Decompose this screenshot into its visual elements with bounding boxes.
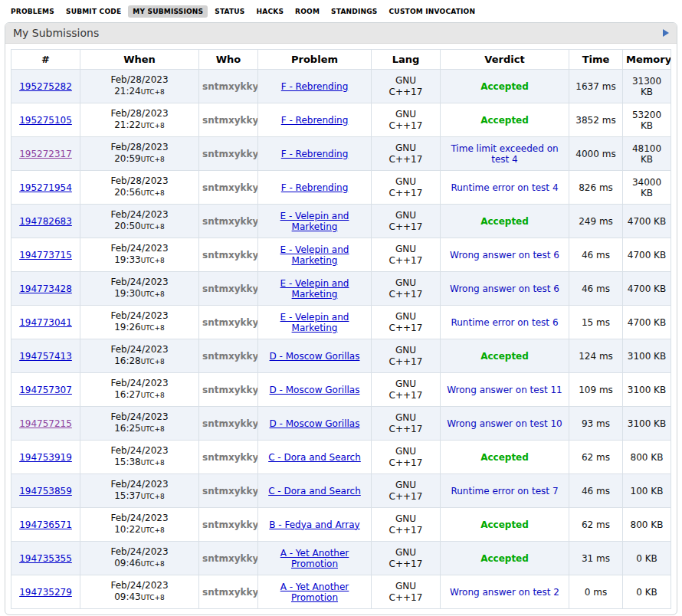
submission-date: Feb/28/2023 <box>84 74 195 86</box>
lang-label: GNU C++17 <box>388 345 425 368</box>
problem-link[interactable]: D - Moscow Gorillas <box>270 351 360 362</box>
submission-id-link[interactable]: 195275282 <box>19 81 72 92</box>
submission-id-link[interactable]: 195272317 <box>19 149 72 159</box>
time-value: 4000 ms <box>569 137 623 171</box>
submission-date: Feb/28/2023 <box>84 175 195 187</box>
time-value: 109 ms <box>569 373 623 407</box>
nav-item-room[interactable]: ROOM <box>290 5 324 18</box>
submission-id-link[interactable]: 194735355 <box>19 553 72 564</box>
submission-timezone: UTC+8 <box>141 594 165 601</box>
problem-link[interactable]: A - Yet Another Promotion <box>280 582 349 603</box>
nav-item-status[interactable]: STATUS <box>210 5 249 18</box>
nav-item-problems[interactable]: PROBLEMS <box>6 5 59 18</box>
submission-date: Feb/24/2023 <box>84 411 195 423</box>
memory-value: 53200 KB <box>623 103 671 137</box>
user-handle-link[interactable]: sntmxykky <box>202 385 258 395</box>
submission-timezone: UTC+8 <box>141 290 165 298</box>
verdict-label: Accepted <box>480 519 529 530</box>
submission-id-link[interactable]: 194757307 <box>19 385 72 395</box>
user-handle-link[interactable]: sntmxykky <box>202 317 258 328</box>
table-row: 194753859 Feb/24/2023 15:37UTC+8 sntmxyk… <box>11 474 671 508</box>
submission-id-link[interactable]: 194736571 <box>19 519 72 530</box>
user-handle-link[interactable]: sntmxykky <box>202 216 258 227</box>
submission-id-link[interactable]: 194773428 <box>19 283 72 294</box>
time-value: 46 ms <box>569 474 623 508</box>
submission-when-cell: Feb/28/2023 21:22UTC+8 <box>80 103 199 137</box>
problem-link[interactable]: D - Moscow Gorillas <box>270 385 360 395</box>
table-row: 194773428 Feb/24/2023 19:30UTC+8 sntmxyk… <box>11 272 671 306</box>
verdict-label: Wrong answer on test 10 <box>447 418 562 429</box>
submission-time: 10:22 <box>114 524 141 535</box>
submission-timezone: UTC+8 <box>141 223 165 231</box>
lang-label: GNU C++17 <box>388 143 425 165</box>
time-value: 826 ms <box>569 171 623 205</box>
user-handle-link[interactable]: sntmxykky <box>202 553 258 564</box>
nav-item-my-submissions[interactable]: MY SUBMISSIONS <box>128 5 208 18</box>
problem-link[interactable]: C - Dora and Search <box>268 452 361 463</box>
user-handle-link[interactable]: sntmxykky <box>202 418 258 429</box>
user-handle-link[interactable]: sntmxykky <box>202 81 258 92</box>
lang-label: GNU C++17 <box>388 75 425 98</box>
user-handle-link[interactable]: sntmxykky <box>202 283 258 294</box>
nav-item-custom-invocation[interactable]: CUSTOM INVOCATION <box>385 5 480 18</box>
time-value: 93 ms <box>569 407 623 441</box>
submission-id-link[interactable]: 194757215 <box>19 418 72 429</box>
submission-date: Feb/24/2023 <box>84 344 195 356</box>
verdict-label: Accepted <box>480 351 529 362</box>
submission-when-cell: Feb/24/2023 16:25UTC+8 <box>80 407 199 441</box>
user-handle-link[interactable]: sntmxykky <box>202 486 258 496</box>
problem-link[interactable]: F - Rebrending <box>281 149 349 159</box>
collapse-arrow-icon[interactable] <box>663 29 669 37</box>
column-header-problem: Problem <box>258 50 372 70</box>
submission-date: Feb/24/2023 <box>84 378 195 389</box>
submission-id-link[interactable]: 194757413 <box>19 351 72 362</box>
submission-when-cell: Feb/28/2023 20:56UTC+8 <box>80 171 199 205</box>
problem-link[interactable]: E - Velepin and Marketing <box>280 278 349 300</box>
problem-link[interactable]: E - Velepin and Marketing <box>280 211 349 232</box>
lang-label: GNU C++17 <box>388 244 425 267</box>
lang-label: GNU C++17 <box>388 277 425 300</box>
table-wrapper: #WhenWhoProblemLangVerdictTimeMemory 195… <box>5 44 677 614</box>
problem-link[interactable]: C - Dora and Search <box>268 486 361 496</box>
problem-link[interactable]: A - Yet Another Promotion <box>280 548 349 569</box>
problem-link[interactable]: E - Velepin and Marketing <box>280 244 349 266</box>
table-row: 194757413 Feb/24/2023 16:28UTC+8 sntmxyk… <box>11 339 671 373</box>
problem-link[interactable]: F - Rebrending <box>281 81 349 92</box>
user-handle-link[interactable]: sntmxykky <box>202 250 258 260</box>
lang-label: GNU C++17 <box>388 480 425 503</box>
problem-link[interactable]: F - Rebrending <box>281 115 349 126</box>
user-handle-link[interactable]: sntmxykky <box>202 519 258 530</box>
user-handle-link[interactable]: sntmxykky <box>202 149 258 159</box>
nav-item-hacks[interactable]: HACKS <box>252 5 289 18</box>
submission-id-link[interactable]: 195271954 <box>19 182 72 193</box>
submission-date: Feb/28/2023 <box>84 108 195 120</box>
user-handle-link[interactable]: sntmxykky <box>202 182 258 193</box>
time-value: 62 ms <box>569 441 623 474</box>
submission-date: Feb/24/2023 <box>84 479 195 490</box>
verdict-label: Time limit exceeded on test 4 <box>451 143 558 165</box>
lang-label: GNU C++17 <box>388 547 425 570</box>
submission-id-link[interactable]: 194753859 <box>19 486 72 496</box>
memory-value: 31300 KB <box>623 70 671 103</box>
submission-id-link[interactable]: 194773715 <box>19 250 72 260</box>
user-handle-link[interactable]: sntmxykky <box>202 452 258 463</box>
submission-date: Feb/28/2023 <box>84 142 195 153</box>
problem-link[interactable]: E - Velepin and Marketing <box>280 312 349 333</box>
submission-id-link[interactable]: 194782683 <box>19 216 72 227</box>
problem-link[interactable]: B - Fedya and Array <box>269 519 359 530</box>
user-handle-link[interactable]: sntmxykky <box>202 587 258 598</box>
submission-timezone: UTC+8 <box>141 122 165 129</box>
submission-id-link[interactable]: 194735279 <box>19 587 72 598</box>
submission-when-cell: Feb/24/2023 20:50UTC+8 <box>80 205 199 238</box>
nav-item-submit-code[interactable]: SUBMIT CODE <box>61 5 126 18</box>
nav-item-standings[interactable]: STANDINGS <box>326 5 382 18</box>
submission-id-link[interactable]: 194753919 <box>19 452 72 463</box>
problem-link[interactable]: F - Rebrending <box>281 182 349 193</box>
submission-id-link[interactable]: 194773041 <box>19 317 72 328</box>
user-handle-link[interactable]: sntmxykky <box>202 351 258 362</box>
submission-time: 19:30 <box>114 288 141 299</box>
user-handle-link[interactable]: sntmxykky <box>202 115 258 126</box>
submission-id-link[interactable]: 195275105 <box>19 115 72 126</box>
memory-value: 800 KB <box>623 508 671 542</box>
problem-link[interactable]: D - Moscow Gorillas <box>270 418 360 429</box>
